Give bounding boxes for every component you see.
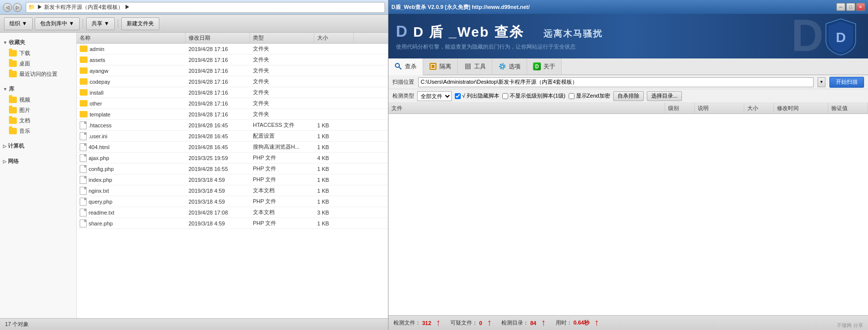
sidebar-computer-header[interactable]: ▷ 计算机 bbox=[0, 140, 76, 152]
file-name: install bbox=[90, 90, 103, 96]
tab-settings[interactable]: 选项 bbox=[492, 58, 527, 74]
file-cell-type: PHP 文件 bbox=[250, 154, 314, 162]
table-row[interactable]: install 2019/4/28 17:16 文件夹 bbox=[77, 87, 388, 98]
statusbar-text: 17 个对象 bbox=[5, 321, 29, 328]
tab-quarantine[interactable]: 隔离 bbox=[423, 58, 458, 74]
explorer-toolbar: 组织 ▼ 包含到库中 ▼ 共享 ▼ 新建文件夹 bbox=[0, 15, 388, 33]
file-cell-name: ajax.php bbox=[77, 154, 186, 162]
address-bar[interactable]: 📁 ▶ 新发卡程序开源（内置4套模板） ▶ bbox=[26, 2, 385, 13]
sidebar-item-video[interactable]: 视频 bbox=[0, 95, 76, 105]
table-row[interactable]: config.php 2019/4/28 16:55 PHP 文件 1 KB bbox=[77, 164, 388, 174]
sidebar-computer-section: ▷ 计算机 bbox=[0, 140, 76, 152]
file-cell-type: 文件夹 bbox=[250, 67, 314, 74]
table-row[interactable]: index.php 2019/3/18 4:59 PHP 文件 1 KB bbox=[77, 174, 388, 185]
toolbar-separator bbox=[83, 19, 83, 29]
table-row[interactable]: codepay 2019/4/28 17:16 文件夹 bbox=[77, 76, 388, 87]
sidebar-item-desktop[interactable]: 桌面 bbox=[0, 58, 76, 69]
folder-icon bbox=[9, 97, 17, 103]
file-cell-size: 1 KB bbox=[314, 220, 354, 226]
col-header-size[interactable]: 大小 bbox=[314, 33, 354, 43]
settings-gear-icon bbox=[498, 62, 506, 70]
sidebar-item-pictures[interactable]: 图片 bbox=[0, 105, 76, 115]
table-row[interactable]: ayangw 2019/4/28 17:16 文件夹 bbox=[77, 65, 388, 76]
dshield-logo-area: D D 盾 _Web 查杀 远离木马骚扰 使用代码分析引擎，能追查更为隐藏的后门… bbox=[396, 22, 786, 51]
file-cell-type: PHP 文件 bbox=[250, 176, 314, 183]
tab-about[interactable]: D 关于 bbox=[527, 58, 562, 74]
file-cell-date: 2019/3/18 4:59 bbox=[186, 220, 250, 226]
toolbar-separator2 bbox=[118, 19, 118, 29]
table-row[interactable]: admin 2019/4/28 17:16 文件夹 bbox=[77, 44, 388, 55]
tab-settings-label: 选项 bbox=[509, 62, 521, 71]
favorites-label: 收藏夹 bbox=[9, 39, 25, 46]
sidebar-item-documents[interactable]: 文档 bbox=[0, 115, 76, 126]
tab-scan[interactable]: 查杀 bbox=[388, 58, 423, 75]
file-cell-date: 2019/4/28 17:16 bbox=[186, 57, 250, 63]
tab-tools[interactable]: 工具 bbox=[458, 58, 492, 74]
scan-start-button[interactable]: 开始扫描 bbox=[829, 77, 864, 88]
detect-type-select[interactable]: 全部文件 bbox=[417, 91, 452, 101]
table-row[interactable]: 404.html 2019/4/28 16:45 搜狗高速浏览器H... 1 K… bbox=[77, 142, 388, 153]
file-cell-type: 文件夹 bbox=[250, 89, 314, 96]
suspect-files-label: 可疑文件： bbox=[450, 319, 478, 327]
results-col-size: 大小 bbox=[744, 103, 774, 113]
scan-path-row: 扫描位置 ▼ 开始扫描 bbox=[388, 75, 868, 89]
svg-rect-6 bbox=[467, 63, 469, 69]
file-cell-type: 配置设置 bbox=[250, 132, 314, 140]
win-btn-forward[interactable]: ▷ bbox=[13, 3, 22, 12]
chevron-icon: ▷ bbox=[3, 159, 6, 164]
table-row[interactable]: template 2019/4/28 17:16 文件夹 bbox=[77, 109, 388, 120]
new-folder-btn[interactable]: 新建文件夹 bbox=[121, 17, 159, 30]
network-label: 网络 bbox=[8, 158, 19, 165]
file-cell-type: 文件夹 bbox=[250, 100, 314, 107]
table-row[interactable]: .htaccess 2019/4/28 16:45 HTACCESS 文件 1 … bbox=[77, 120, 388, 131]
file-cell-name: config.php bbox=[77, 165, 186, 173]
check3-checkbox[interactable] bbox=[569, 93, 575, 99]
table-row[interactable]: assets 2019/4/28 17:16 文件夹 bbox=[77, 55, 388, 65]
dshield-min-btn[interactable]: ─ bbox=[836, 3, 845, 11]
file-cell-date: 2019/4/28 17:16 bbox=[186, 46, 250, 52]
filter-btn2[interactable]: 选择目录... bbox=[647, 91, 682, 101]
include-library-btn[interactable]: 包含到库中 ▼ bbox=[35, 17, 80, 30]
sidebar-item-recent[interactable]: 最近访问的位置 bbox=[0, 69, 76, 79]
scan-path-input[interactable] bbox=[418, 77, 814, 87]
folder-icon bbox=[9, 71, 17, 77]
file-name: template bbox=[90, 111, 110, 117]
tab-about-label: 关于 bbox=[543, 62, 555, 71]
sidebar-library-header[interactable]: ▼ 库 bbox=[0, 83, 76, 95]
share-btn[interactable]: 共享 ▼ bbox=[86, 17, 115, 30]
dshield-max-btn[interactable]: □ bbox=[846, 3, 855, 11]
sidebar-item-music[interactable]: 音乐 bbox=[0, 126, 76, 136]
dshield-close-btn[interactable]: ✕ bbox=[856, 3, 865, 11]
file-cell-name: template bbox=[77, 111, 186, 117]
sidebar-network-header[interactable]: ▷ 网络 bbox=[0, 156, 76, 167]
dshield-d-letter: D bbox=[396, 22, 408, 40]
check2-checkbox[interactable] bbox=[502, 93, 508, 99]
col-header-type[interactable]: 类型 bbox=[250, 33, 314, 43]
file-icon bbox=[80, 143, 87, 151]
table-row[interactable]: nginx.txt 2019/3/18 4:59 文本文档 1 KB bbox=[77, 185, 388, 196]
table-row[interactable]: share.php 2019/3/18 4:59 PHP 文件 1 KB bbox=[77, 218, 388, 229]
check1-checkbox[interactable] bbox=[455, 93, 461, 99]
explorer-sidebar: ▼ 收藏夹 下载 桌面 最近访问的位置 ▼ bbox=[0, 33, 77, 318]
sidebar-favorites-header[interactable]: ▼ 收藏夹 bbox=[0, 37, 76, 48]
dshield-titlebar: D盾_Web查杀 V2.0.9 [永久免费] http://www.d99net… bbox=[388, 0, 868, 14]
explorer-panel: ◁ ▷ 📁 ▶ 新发卡程序开源（内置4套模板） ▶ 组织 ▼ 包含到库中 ▼ 共… bbox=[0, 0, 388, 330]
table-row[interactable]: .user.ini 2019/4/28 16:45 配置设置 1 KB bbox=[77, 131, 388, 142]
sidebar-item-download[interactable]: 下载 bbox=[0, 48, 76, 58]
col-header-date[interactable]: 修改日期 bbox=[186, 33, 250, 43]
quarantine-box-icon bbox=[430, 63, 436, 70]
table-row[interactable]: ajax.php 2019/3/25 19:59 PHP 文件 4 KB bbox=[77, 153, 388, 164]
table-row[interactable]: other 2019/4/28 17:16 文件夹 bbox=[77, 98, 388, 109]
table-row[interactable]: readme.txt 2019/4/28 17:08 文本文档 3 KB bbox=[77, 207, 388, 218]
file-icon bbox=[80, 154, 87, 162]
col-header-name[interactable]: 名称 bbox=[77, 33, 186, 43]
win-btn-back[interactable]: ◁ bbox=[3, 3, 12, 12]
organize-btn[interactable]: 组织 ▼ bbox=[4, 17, 33, 30]
about-icon: D bbox=[533, 62, 541, 70]
scan-path-dropdown[interactable]: ▼ bbox=[818, 77, 825, 87]
suspect-files-val: 0 bbox=[479, 320, 482, 326]
file-name: index.php bbox=[89, 177, 112, 183]
filter-btn1[interactable]: 自杀排除 bbox=[613, 91, 644, 101]
table-row[interactable]: query.php 2019/3/18 4:59 PHP 文件 1 KB bbox=[77, 196, 388, 207]
svg-point-8 bbox=[501, 65, 504, 68]
